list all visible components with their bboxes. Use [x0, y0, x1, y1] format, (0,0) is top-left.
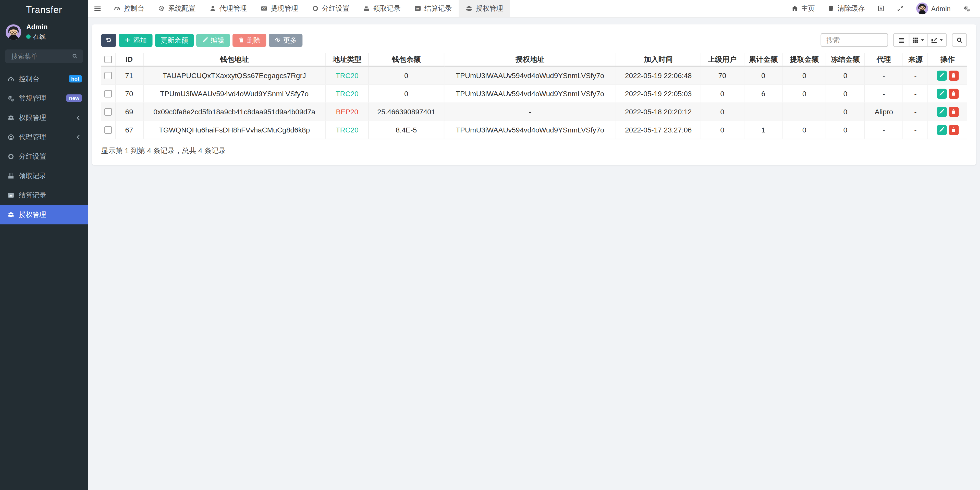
view-button-group [893, 33, 947, 47]
cell-wallet-address: 0x09c0fa8e2cd5fb18a9cb41c8daa951d9a4b09d… [143, 103, 325, 121]
row-edit-button[interactable] [937, 125, 947, 135]
sidebar-item-agents[interactable]: 代理管理 [0, 127, 88, 147]
row-checkbox[interactable] [104, 90, 111, 97]
sidebar-item-label: 结算记录 [19, 190, 82, 200]
tab-label: 控制台 [124, 4, 145, 13]
col-header-join-time[interactable]: 加入时间 [616, 53, 700, 66]
avatar-image-icon [6, 24, 21, 40]
sidebar-item-authorization[interactable]: 授权管理 [0, 205, 88, 224]
col-header-source[interactable]: 来源 [903, 53, 928, 66]
more-button[interactable]: 更多 [269, 33, 302, 46]
cell-address-type: BEP20 [325, 103, 369, 121]
row-delete-button[interactable] [948, 107, 959, 117]
admin-app: Transfer Admin 在线 控制台 hot 常 [0, 0, 980, 490]
language-switch-button[interactable]: A [871, 0, 891, 17]
new-badge: new [67, 94, 82, 102]
menu-search-input[interactable] [10, 52, 69, 60]
dashboard-icon [114, 5, 121, 12]
col-header-total-amount[interactable]: 累计金额 [744, 53, 783, 66]
sidebar-menu-search [5, 49, 83, 63]
cell-wallet-balance: 0 [369, 84, 444, 103]
fullscreen-button[interactable] [891, 0, 910, 17]
sidebar-item-console[interactable]: 控制台 hot [0, 69, 88, 89]
table-header-row: ID 钱包地址 地址类型 钱包余额 授权地址 加入时间 上级用户 累计金额 提取… [101, 53, 967, 66]
user-icon [209, 5, 216, 12]
toolbar-tools [821, 33, 967, 47]
tab-claim-records[interactable]: 领取记录 [356, 0, 407, 17]
col-header-agent[interactable]: 代理 [865, 53, 903, 66]
cell-actions [928, 84, 967, 103]
cell-id: 67 [115, 121, 143, 139]
select-all-checkbox[interactable] [104, 56, 111, 63]
hot-badge: hot [68, 75, 82, 83]
table-search-input[interactable] [821, 33, 888, 47]
cell-actions [928, 103, 967, 121]
sidebar-item-label: 权限管理 [19, 113, 70, 122]
sidebar-item-settlement-records[interactable]: as 结算记录 [0, 185, 88, 205]
user-status: 在线 [26, 32, 48, 41]
cell-frozen-amount: 0 [826, 121, 865, 139]
col-header-wallet-address[interactable]: 钱包地址 [143, 53, 325, 66]
row-edit-button[interactable] [937, 107, 947, 117]
sidebar-item-permissions[interactable]: 权限管理 [0, 108, 88, 127]
table-row: 69 0x09c0fa8e2cd5fb18a9cb41c8daa951d9a4b… [101, 103, 967, 121]
caret-down-icon [939, 38, 944, 43]
cell-id: 70 [115, 84, 143, 103]
row-edit-button[interactable] [937, 89, 947, 99]
tab-withdrawal-management[interactable]: CC提现管理 [254, 0, 305, 17]
cell-wallet-balance: 25.466390897401 [369, 103, 444, 121]
settings-button[interactable] [957, 0, 976, 17]
navbar-avatar [916, 3, 928, 14]
settlement-icon: as [7, 192, 14, 199]
col-header-wallet-balance[interactable]: 钱包余额 [369, 53, 444, 66]
online-dot-icon [26, 35, 30, 39]
edit-button[interactable]: 编辑 [196, 33, 230, 46]
expand-icon [897, 5, 904, 12]
row-checkbox[interactable] [104, 108, 111, 116]
cell-withdrawn-amount: 0 [783, 121, 826, 139]
cell-source: - [903, 66, 928, 84]
clear-cache-button[interactable]: 清除缓存 [821, 0, 871, 17]
row-edit-button[interactable] [937, 70, 947, 80]
update-balance-button[interactable]: 更新余额 [155, 33, 194, 46]
col-header-parent-user[interactable]: 上级用户 [700, 53, 744, 66]
col-header-address-type[interactable]: 地址类型 [325, 53, 369, 66]
row-checkbox[interactable] [104, 72, 111, 80]
grid-columns-icon [912, 37, 919, 43]
tab-console[interactable]: 控制台 [107, 0, 151, 17]
cell-parent-user: 0 [700, 121, 744, 139]
toggle-view-button[interactable] [894, 34, 909, 46]
row-delete-button[interactable] [948, 89, 959, 99]
row-checkbox[interactable] [104, 126, 111, 134]
col-header-auth-address[interactable]: 授权地址 [444, 53, 616, 66]
user-menu[interactable]: Admin [910, 0, 957, 17]
col-header-withdrawn-amount[interactable]: 提取金额 [783, 53, 826, 66]
tab-authorization-management[interactable]: 授权管理 [459, 0, 510, 17]
brand-title: Transfer [0, 0, 88, 19]
sidebar-item-general[interactable]: 常规管理 new [0, 89, 88, 108]
export-dropdown-button[interactable] [928, 34, 946, 46]
tab-settlement-records[interactable]: as结算记录 [407, 0, 459, 17]
columns-dropdown-button[interactable] [909, 34, 928, 46]
sidebar-item-dividend[interactable]: 分红设置 [0, 147, 88, 166]
col-header-id[interactable]: ID [115, 53, 143, 66]
tab-agent-management[interactable]: 代理管理 [202, 0, 254, 17]
select-all-header[interactable] [101, 53, 115, 66]
row-delete-button[interactable] [948, 125, 959, 135]
svg-text:CC: CC [262, 7, 266, 10]
sidebar-item-claim-records[interactable]: 领取记录 [0, 166, 88, 186]
cell-wallet-address: TAUAPUCUQxTXaxxytQSs67Eegagcs7RgrJ [143, 66, 325, 84]
tab-dividend-settings[interactable]: 分红设置 [305, 0, 356, 17]
delete-button[interactable]: 删除 [232, 33, 266, 46]
hamburger-menu-icon[interactable] [88, 0, 107, 17]
col-header-frozen-amount[interactable]: 冻结金额 [826, 53, 865, 66]
tab-system-config[interactable]: 系统配置 [151, 0, 203, 17]
sidebar-menu: 控制台 hot 常规管理 new 权限管理 代理管理 分红设置 [0, 69, 88, 224]
row-delete-button[interactable] [948, 70, 959, 80]
add-button[interactable]: 添加 [119, 33, 152, 46]
cell-join-time: 2022-05-18 20:20:12 [616, 103, 700, 121]
advanced-search-button[interactable] [952, 33, 967, 47]
refresh-button[interactable] [101, 33, 116, 46]
col-header-actions[interactable]: 操作 [928, 53, 967, 66]
home-link[interactable]: 主页 [785, 0, 821, 17]
